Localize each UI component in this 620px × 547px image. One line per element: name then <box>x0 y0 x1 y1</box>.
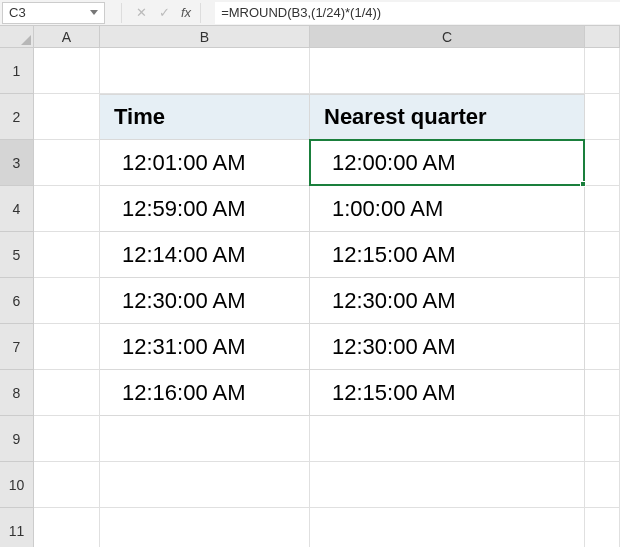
cell-value: 12:14:00 AM <box>100 232 309 277</box>
cell-A5[interactable] <box>34 232 100 278</box>
name-box[interactable]: C3 <box>2 2 105 24</box>
confirm-icon[interactable]: ✓ <box>154 3 174 23</box>
row-5: 5 12:14:00 AM 12:15:00 AM <box>0 232 620 278</box>
cell-C2[interactable]: Nearest quarter <box>310 94 585 140</box>
cell-value: 12:16:00 AM <box>100 370 309 415</box>
cell-D7[interactable] <box>585 324 620 370</box>
row-2: 2 Time Nearest quarter <box>0 94 620 140</box>
column-headers: A B C <box>0 26 620 48</box>
header-quarter: Nearest quarter <box>310 95 584 139</box>
cell-A8[interactable] <box>34 370 100 416</box>
col-header-D[interactable] <box>585 26 620 48</box>
formula-bar: C3 ✕ ✓ fx =MROUND(B3,(1/24)*(1/4)) <box>0 0 620 26</box>
cell-A1[interactable] <box>34 48 100 94</box>
col-header-C[interactable]: C <box>310 26 585 48</box>
row-11: 11 <box>0 508 620 547</box>
col-header-A[interactable]: A <box>34 26 100 48</box>
cell-B11[interactable] <box>100 508 310 547</box>
cell-value: 12:00:00 AM <box>310 140 584 185</box>
row-header-8[interactable]: 8 <box>0 370 34 416</box>
cell-B10[interactable] <box>100 462 310 508</box>
cell-D11[interactable] <box>585 508 620 547</box>
row-4: 4 12:59:00 AM 1:00:00 AM <box>0 186 620 232</box>
cell-D8[interactable] <box>585 370 620 416</box>
row-10: 10 <box>0 462 620 508</box>
formula-input[interactable]: =MROUND(B3,(1/24)*(1/4)) <box>215 2 620 24</box>
cell-A6[interactable] <box>34 278 100 324</box>
cell-C1[interactable] <box>310 48 585 94</box>
row-8: 8 12:16:00 AM 12:15:00 AM <box>0 370 620 416</box>
cell-A10[interactable] <box>34 462 100 508</box>
cell-C11[interactable] <box>310 508 585 547</box>
cell-value: 12:15:00 AM <box>310 232 584 277</box>
cell-A9[interactable] <box>34 416 100 462</box>
cancel-icon[interactable]: ✕ <box>131 3 151 23</box>
cell-value: 12:15:00 AM <box>310 370 584 415</box>
cell-value: 12:59:00 AM <box>100 186 309 231</box>
cell-A2[interactable] <box>34 94 100 140</box>
cell-C8[interactable]: 12:15:00 AM <box>310 370 585 416</box>
cell-value: 12:01:00 AM <box>100 140 309 185</box>
cell-value: 1:00:00 AM <box>310 186 584 231</box>
cell-C6[interactable]: 12:30:00 AM <box>310 278 585 324</box>
cell-B8[interactable]: 12:16:00 AM <box>100 370 310 416</box>
cell-B3[interactable]: 12:01:00 AM <box>100 140 310 186</box>
row-header-1[interactable]: 1 <box>0 48 34 94</box>
row-9: 9 <box>0 416 620 462</box>
row-1: 1 <box>0 48 620 94</box>
row-header-2[interactable]: 2 <box>0 94 34 140</box>
row-7: 7 12:31:00 AM 12:30:00 AM <box>0 324 620 370</box>
cell-D6[interactable] <box>585 278 620 324</box>
cell-reference: C3 <box>9 5 26 20</box>
fx-icon[interactable]: fx <box>181 5 191 20</box>
cell-D2[interactable] <box>585 94 620 140</box>
cell-C4[interactable]: 1:00:00 AM <box>310 186 585 232</box>
cell-C9[interactable] <box>310 416 585 462</box>
row-header-9[interactable]: 9 <box>0 416 34 462</box>
name-box-dropdown-icon[interactable] <box>90 10 98 15</box>
formula-buttons: ✕ ✓ fx <box>115 3 207 23</box>
row-header-4[interactable]: 4 <box>0 186 34 232</box>
spreadsheet-grid: A B C 1 2 Time Nearest quarter 3 12:01:0… <box>0 26 620 547</box>
cell-D5[interactable] <box>585 232 620 278</box>
formula-text: =MROUND(B3,(1/24)*(1/4)) <box>221 5 381 20</box>
cell-D9[interactable] <box>585 416 620 462</box>
cell-A3[interactable] <box>34 140 100 186</box>
row-header-11[interactable]: 11 <box>0 508 34 547</box>
cell-D3[interactable] <box>585 140 620 186</box>
cell-B5[interactable]: 12:14:00 AM <box>100 232 310 278</box>
select-all-corner[interactable] <box>0 26 34 48</box>
cell-A7[interactable] <box>34 324 100 370</box>
row-3: 3 12:01:00 AM 12:00:00 AM <box>0 140 620 186</box>
cell-value: 12:30:00 AM <box>310 324 584 369</box>
row-header-6[interactable]: 6 <box>0 278 34 324</box>
cell-value: 12:31:00 AM <box>100 324 309 369</box>
row-6: 6 12:30:00 AM 12:30:00 AM <box>0 278 620 324</box>
cell-D1[interactable] <box>585 48 620 94</box>
col-header-B[interactable]: B <box>100 26 310 48</box>
row-header-5[interactable]: 5 <box>0 232 34 278</box>
cell-C5[interactable]: 12:15:00 AM <box>310 232 585 278</box>
row-header-3[interactable]: 3 <box>0 140 34 186</box>
cell-C3[interactable]: 12:00:00 AM <box>310 140 585 186</box>
cell-D10[interactable] <box>585 462 620 508</box>
cell-value: 12:30:00 AM <box>310 278 584 323</box>
cell-C10[interactable] <box>310 462 585 508</box>
cell-C7[interactable]: 12:30:00 AM <box>310 324 585 370</box>
cell-value: 12:30:00 AM <box>100 278 309 323</box>
row-header-10[interactable]: 10 <box>0 462 34 508</box>
cell-B1[interactable] <box>100 48 310 94</box>
cell-A11[interactable] <box>34 508 100 547</box>
cell-B4[interactable]: 12:59:00 AM <box>100 186 310 232</box>
cell-B7[interactable]: 12:31:00 AM <box>100 324 310 370</box>
cell-A4[interactable] <box>34 186 100 232</box>
header-time: Time <box>100 95 309 139</box>
cell-B2[interactable]: Time <box>100 94 310 140</box>
cell-B6[interactable]: 12:30:00 AM <box>100 278 310 324</box>
row-header-7[interactable]: 7 <box>0 324 34 370</box>
cell-D4[interactable] <box>585 186 620 232</box>
cell-B9[interactable] <box>100 416 310 462</box>
